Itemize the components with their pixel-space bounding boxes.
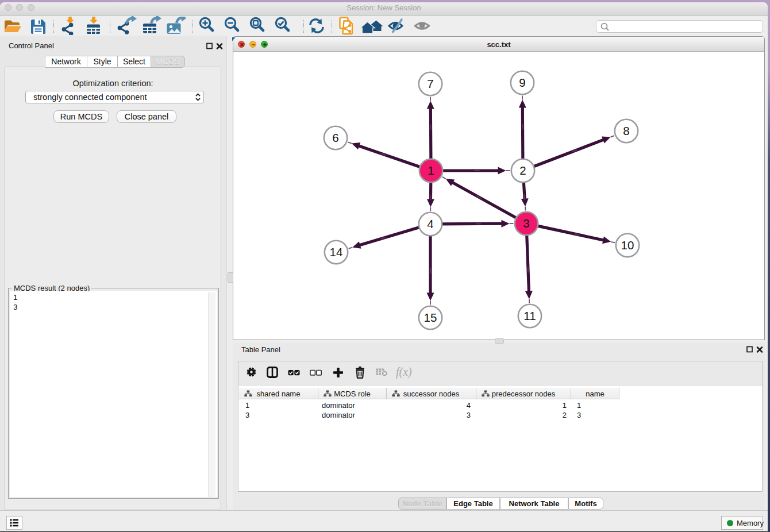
svg-text:2: 2	[519, 164, 526, 177]
svg-text:4: 4	[427, 217, 433, 230]
svg-text:9: 9	[519, 76, 525, 89]
svg-text:14: 14	[330, 245, 343, 259]
svg-text:11: 11	[523, 309, 536, 322]
svg-text:8: 8	[623, 124, 629, 137]
svg-text:10: 10	[621, 238, 634, 252]
svg-text:3: 3	[523, 217, 529, 230]
svg-text:15: 15	[424, 311, 437, 324]
svg-text:1: 1	[428, 164, 434, 177]
svg-text:7: 7	[427, 77, 433, 90]
svg-text:6: 6	[332, 131, 338, 144]
